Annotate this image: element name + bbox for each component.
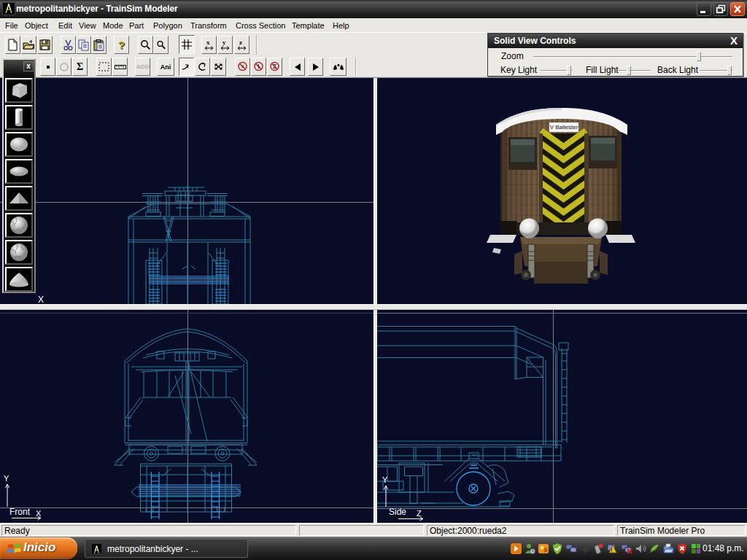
svg-text:y: y	[222, 39, 226, 46]
svg-text:!: !	[611, 548, 612, 553]
svg-text:Z: Z	[417, 509, 422, 518]
svg-text:X: X	[38, 295, 44, 304]
svg-text:Side: Side	[389, 507, 406, 517]
svg-text:x: x	[206, 39, 210, 46]
svg-text:z: z	[239, 39, 242, 46]
svg-text:Front: Front	[9, 507, 31, 517]
svg-text:Y: Y	[4, 474, 9, 483]
svg-text:Y: Y	[382, 475, 388, 484]
svg-text:X: X	[36, 509, 42, 518]
svg-text:V Ballester: V Ballester	[550, 124, 578, 131]
